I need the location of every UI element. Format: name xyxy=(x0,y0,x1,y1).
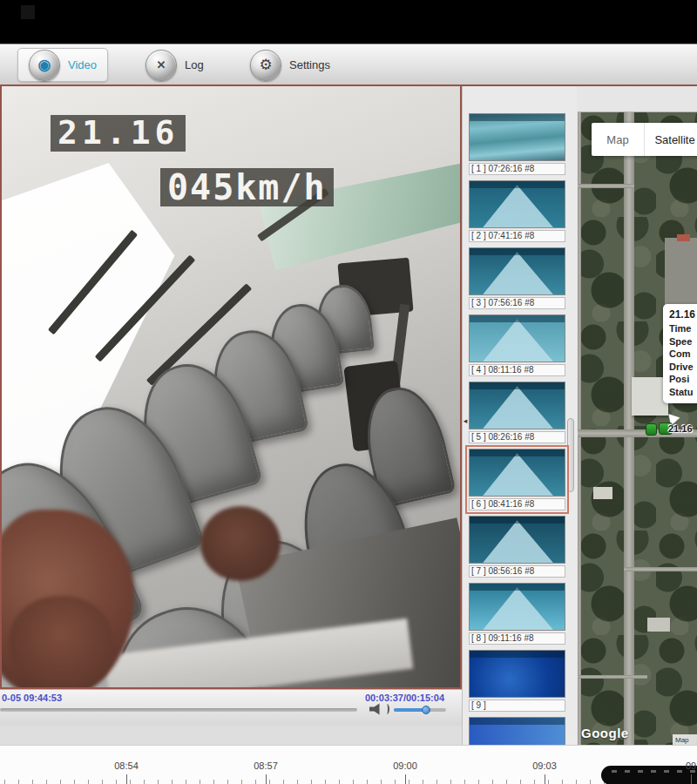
app-toolbar: ◉ Video ✕ Log ⚙ Settings xyxy=(0,44,697,84)
clip-item-4[interactable]: [ 4 ] 08:11:16 #8 xyxy=(469,314,565,376)
clip-item-10[interactable] xyxy=(469,717,565,747)
clip-item-1[interactable]: [ 1 ] 07:26:16 #8 xyxy=(469,113,565,175)
clip-label: [ 7 ] 08:56:16 #8 xyxy=(469,565,565,578)
timeline-selection-bar[interactable] xyxy=(601,766,697,784)
volume-slider[interactable] xyxy=(394,708,446,712)
clip-label: [ 8 ] 09:11:16 #8 xyxy=(469,632,565,645)
clip-thumbnail[interactable] xyxy=(469,516,565,564)
clip-item-5[interactable]: [ 5 ] 08:26:16 #8 xyxy=(469,382,565,443)
clip-item-8[interactable]: [ 8 ] 09:11:16 #8 xyxy=(469,583,565,645)
thumbnail-road xyxy=(470,248,565,294)
clip-label: [ 6 ] 08:41:16 #8 xyxy=(469,498,565,510)
map-type-control: Map Satellite xyxy=(592,123,697,156)
timeline-ruler[interactable]: 08:5408:5709:0009:0309 xyxy=(0,745,697,784)
video-frame: 21.16 045km/h xyxy=(0,86,462,689)
vehicle-marker-icon[interactable] xyxy=(646,423,657,436)
timeline-major-tick xyxy=(126,774,127,784)
tab-video[interactable]: ◉ Video xyxy=(17,48,108,82)
bus-interior-video[interactable]: 21.16 045km/h xyxy=(2,86,460,687)
main-content: 21.16 045km/h 0-05 09:44:53 00:03:37/00:… xyxy=(0,84,697,745)
tooltip-line: Statu xyxy=(669,386,697,399)
tooltip-title: 21.16 xyxy=(669,308,697,321)
passenger-hair xyxy=(9,596,113,689)
clip-label: [ 3 ] 07:56:16 #8 xyxy=(469,297,565,309)
map-panel: Map Satellite 21.16 TimeSpeeComDrivePosi… xyxy=(577,86,697,747)
clip-thumbnail[interactable] xyxy=(469,180,565,228)
tab-video-label: Video xyxy=(68,58,97,71)
splitter-collapse-handle[interactable]: ◂ xyxy=(462,411,469,430)
vehicle-info-tooltip: 21.16 TimeSpeeComDrivePosiStatu xyxy=(663,304,697,403)
tab-settings[interactable]: ⚙ Settings xyxy=(240,48,341,82)
timeline-label: 09 xyxy=(686,760,696,771)
map-road xyxy=(624,567,697,571)
volume-knob[interactable] xyxy=(422,706,430,714)
map-road xyxy=(624,112,634,745)
tab-log-label: Log xyxy=(185,58,204,71)
timeline-label: 09:00 xyxy=(393,760,417,771)
clip-label: [ 4 ] 08:11:16 #8 xyxy=(469,364,565,376)
timeline-label: 09:03 xyxy=(532,760,557,771)
timeline-minor-ticks xyxy=(4,780,697,784)
vehicle-id-overlay: 21.16 xyxy=(51,115,186,152)
clip-list: ◂ [ 1 ] 07:26:16 #8[ 2 ] 07:41:16 #8[ 3 … xyxy=(462,86,577,747)
google-logo: Google xyxy=(581,726,629,740)
player-controls: 0-05 09:44:53 00:03:37/00:15:04 xyxy=(0,689,462,726)
current-datetime: 0-05 09:44:53 xyxy=(2,693,62,703)
timeline-major-tick xyxy=(405,774,406,784)
status-strip xyxy=(0,726,462,747)
thumbnail-road xyxy=(470,382,565,429)
timeline-label: 08:54 xyxy=(114,760,139,771)
clip-list-scrollbar[interactable] xyxy=(567,418,574,492)
speed-overlay: 045km/h xyxy=(160,168,334,206)
clip-thumbnail[interactable] xyxy=(469,449,565,497)
clip-thumbnail[interactable] xyxy=(469,717,565,747)
map-road xyxy=(578,184,634,188)
clip-thumbnail[interactable] xyxy=(469,247,565,295)
play-position: 00:03:37/00:15:04 xyxy=(365,693,444,703)
satellite-view-button[interactable]: Satellite xyxy=(645,123,697,156)
passenger-head xyxy=(200,506,281,581)
map-building xyxy=(647,618,670,632)
map-road xyxy=(578,675,647,679)
clip-label: [ 9 ] xyxy=(469,700,565,712)
vehicle-marker-label: 21.16 xyxy=(668,423,693,434)
thumbnail-road xyxy=(470,584,565,630)
map-road xyxy=(578,112,581,745)
clip-label: [ 2 ] 07:41:16 #8 xyxy=(469,230,565,242)
clip-thumbnail[interactable] xyxy=(469,650,565,698)
timeline-major-tick xyxy=(266,774,267,784)
tooltip-line: Spee xyxy=(669,335,697,348)
thumbnail-road xyxy=(470,181,565,227)
speaker-wave xyxy=(384,704,389,714)
timeline-major-tick xyxy=(691,774,692,784)
clip-item-3[interactable]: [ 3 ] 07:56:16 #8 xyxy=(469,247,565,309)
clip-item-7[interactable]: [ 7 ] 08:56:16 #8 xyxy=(469,516,565,578)
map-red-roof xyxy=(677,234,690,241)
seek-bar[interactable] xyxy=(0,708,357,712)
tooltip-line: Time xyxy=(669,322,697,335)
top-bar-square xyxy=(21,5,35,19)
timeline-label: 08:57 xyxy=(254,760,278,771)
clip-item-6[interactable]: [ 6 ] 08:41:16 #8 xyxy=(469,449,565,510)
tab-log[interactable]: ✕ Log xyxy=(135,48,214,82)
clip-thumbnail[interactable] xyxy=(469,382,565,429)
speaker-icon[interactable] xyxy=(369,703,383,715)
video-camera-icon: ◉ xyxy=(29,50,60,81)
gear-icon: ⚙ xyxy=(250,50,281,81)
tooltip-line: Com xyxy=(669,348,697,361)
thumbnail-road xyxy=(470,449,565,496)
clip-thumbnail[interactable] xyxy=(469,113,565,161)
map-building xyxy=(593,487,612,499)
map-view-button[interactable]: Map xyxy=(592,123,645,156)
timeline-major-tick xyxy=(545,774,545,784)
tooltip-line: Drive xyxy=(669,361,697,374)
clip-item-9[interactable]: [ 9 ] xyxy=(469,650,565,712)
clip-label: [ 1 ] 07:26:16 #8 xyxy=(469,163,565,175)
top-letterbox-bar xyxy=(0,0,697,44)
thumbnail-road xyxy=(470,517,565,563)
thumbnail-road xyxy=(470,315,565,362)
clip-thumbnail[interactable] xyxy=(469,314,565,362)
clip-thumbnail[interactable] xyxy=(469,583,565,631)
tab-settings-label: Settings xyxy=(289,58,330,71)
clip-item-2[interactable]: [ 2 ] 07:41:16 #8 xyxy=(469,180,565,242)
